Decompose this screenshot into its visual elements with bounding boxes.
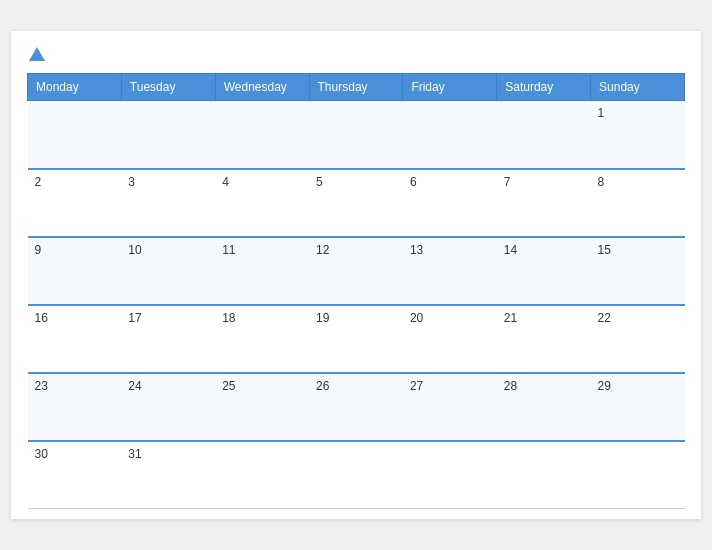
day-number: 28 (504, 379, 517, 393)
calendar-cell: 11 (215, 237, 309, 305)
day-number: 24 (128, 379, 141, 393)
calendar: MondayTuesdayWednesdayThursdayFridaySatu… (11, 31, 701, 519)
calendar-cell: 8 (591, 169, 685, 237)
calendar-cell: 18 (215, 305, 309, 373)
day-number: 25 (222, 379, 235, 393)
calendar-cell: 23 (28, 373, 122, 441)
weekday-monday: Monday (28, 74, 122, 101)
day-number: 4 (222, 175, 229, 189)
calendar-cell: 10 (121, 237, 215, 305)
weekday-wednesday: Wednesday (215, 74, 309, 101)
day-number: 5 (316, 175, 323, 189)
calendar-week-6: 3031 (28, 441, 685, 509)
calendar-cell: 13 (403, 237, 497, 305)
calendar-cell (497, 101, 591, 169)
day-number: 8 (598, 175, 605, 189)
calendar-table: MondayTuesdayWednesdayThursdayFridaySatu… (27, 73, 685, 509)
day-number: 18 (222, 311, 235, 325)
day-number: 30 (35, 447, 48, 461)
day-number: 7 (504, 175, 511, 189)
calendar-cell: 28 (497, 373, 591, 441)
calendar-cell: 4 (215, 169, 309, 237)
day-number: 1 (598, 106, 605, 120)
calendar-cell: 26 (309, 373, 403, 441)
day-number: 16 (35, 311, 48, 325)
day-number: 23 (35, 379, 48, 393)
calendar-cell: 14 (497, 237, 591, 305)
logo-triangle-icon (29, 47, 45, 61)
calendar-cell: 6 (403, 169, 497, 237)
calendar-cell: 7 (497, 169, 591, 237)
day-number: 17 (128, 311, 141, 325)
weekday-sunday: Sunday (591, 74, 685, 101)
calendar-cell: 27 (403, 373, 497, 441)
day-number: 29 (598, 379, 611, 393)
weekday-saturday: Saturday (497, 74, 591, 101)
calendar-cell: 16 (28, 305, 122, 373)
calendar-cell (591, 441, 685, 509)
day-number: 21 (504, 311, 517, 325)
calendar-cell: 17 (121, 305, 215, 373)
calendar-cell: 12 (309, 237, 403, 305)
calendar-cell: 19 (309, 305, 403, 373)
day-number: 31 (128, 447, 141, 461)
calendar-cell: 24 (121, 373, 215, 441)
calendar-cell: 20 (403, 305, 497, 373)
weekday-thursday: Thursday (309, 74, 403, 101)
day-number: 12 (316, 243, 329, 257)
calendar-week-2: 2345678 (28, 169, 685, 237)
day-number: 6 (410, 175, 417, 189)
day-number: 2 (35, 175, 42, 189)
weekday-friday: Friday (403, 74, 497, 101)
day-number: 26 (316, 379, 329, 393)
calendar-cell (121, 101, 215, 169)
calendar-cell: 1 (591, 101, 685, 169)
calendar-week-1: 1 (28, 101, 685, 169)
calendar-week-5: 23242526272829 (28, 373, 685, 441)
day-number: 22 (598, 311, 611, 325)
logo (27, 47, 45, 63)
calendar-cell: 25 (215, 373, 309, 441)
calendar-cell (215, 441, 309, 509)
calendar-cell: 3 (121, 169, 215, 237)
day-number: 13 (410, 243, 423, 257)
day-number: 14 (504, 243, 517, 257)
calendar-cell: 2 (28, 169, 122, 237)
day-number: 10 (128, 243, 141, 257)
day-number: 11 (222, 243, 235, 257)
day-number: 27 (410, 379, 423, 393)
calendar-week-3: 9101112131415 (28, 237, 685, 305)
calendar-cell: 5 (309, 169, 403, 237)
day-number: 20 (410, 311, 423, 325)
calendar-cell: 15 (591, 237, 685, 305)
day-number: 3 (128, 175, 135, 189)
weekday-header-row: MondayTuesdayWednesdayThursdayFridaySatu… (28, 74, 685, 101)
calendar-cell (403, 101, 497, 169)
calendar-cell: 21 (497, 305, 591, 373)
calendar-cell: 22 (591, 305, 685, 373)
calendar-cell: 29 (591, 373, 685, 441)
calendar-header (27, 47, 685, 63)
calendar-cell: 31 (121, 441, 215, 509)
calendar-cell: 30 (28, 441, 122, 509)
day-number: 9 (35, 243, 42, 257)
calendar-cell (497, 441, 591, 509)
calendar-body: 1234567891011121314151617181920212223242… (28, 101, 685, 509)
calendar-cell (309, 441, 403, 509)
calendar-week-4: 16171819202122 (28, 305, 685, 373)
calendar-cell: 9 (28, 237, 122, 305)
calendar-cell (309, 101, 403, 169)
day-number: 15 (598, 243, 611, 257)
calendar-cell (215, 101, 309, 169)
calendar-cell (28, 101, 122, 169)
calendar-cell (403, 441, 497, 509)
day-number: 19 (316, 311, 329, 325)
weekday-tuesday: Tuesday (121, 74, 215, 101)
